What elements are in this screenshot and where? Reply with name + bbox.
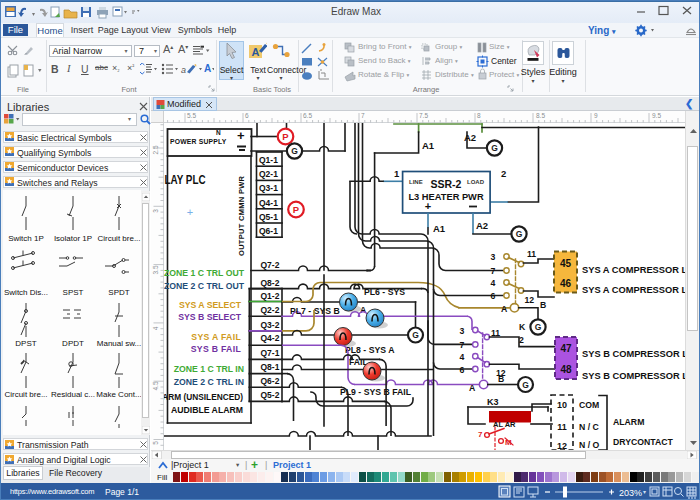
svg-text:ZONE 2 C TRL OUT: ZONE 2 C TRL OUT — [164, 281, 245, 291]
svg-text:SYS B FAIL: SYS B FAIL — [191, 344, 242, 354]
svg-text:Make Cont...: Make Cont... — [96, 390, 141, 399]
svg-text:ALARM: ALARM — [613, 417, 644, 427]
svg-text:L3 HEATER PWR: L3 HEATER PWR — [408, 192, 484, 202]
svg-text:PL9 - SYS B FAIL: PL9 - SYS B FAIL — [340, 387, 412, 397]
svg-text:PL7 - SYS B: PL7 - SYS B — [290, 306, 340, 316]
svg-text:Q2-2: Q2-2 — [261, 305, 280, 315]
svg-text:4: 4 — [460, 352, 465, 362]
svg-text:LAY PLC: LAY PLC — [165, 172, 206, 187]
svg-text:LINE: LINE — [409, 179, 423, 185]
svg-text:ZONE 1 C TRL OUT: ZONE 1 C TRL OUT — [164, 268, 245, 278]
svg-text:+: + — [237, 128, 245, 143]
svg-text:12: 12 — [525, 295, 535, 305]
svg-text:▾: ▾ — [643, 489, 646, 495]
svg-text:LOAD: LOAD — [467, 179, 485, 185]
svg-text:Q5-1: Q5-1 — [259, 212, 278, 222]
svg-text:Q4-1: Q4-1 — [259, 198, 278, 208]
svg-text:+: + — [187, 206, 193, 218]
svg-text:Q3-2: Q3-2 — [261, 320, 280, 330]
svg-text:A: A — [469, 383, 476, 393]
svg-text:5.5: 5.5 — [187, 112, 196, 119]
svg-text:7.5: 7.5 — [419, 112, 428, 119]
svg-text:ZONE 2 C TRL IN: ZONE 2 C TRL IN — [174, 377, 244, 387]
svg-text:Switch Dis...: Switch Dis... — [4, 288, 48, 297]
svg-text:G: G — [522, 380, 529, 390]
svg-text:2: 2 — [501, 168, 506, 179]
svg-text:N: N — [216, 129, 221, 136]
svg-text:SPDT: SPDT — [108, 288, 129, 297]
svg-text:a: a — [181, 65, 186, 75]
svg-text:9.5: 9.5 — [652, 112, 661, 119]
svg-text:6: 6 — [491, 291, 496, 301]
svg-text:A: A — [252, 46, 260, 58]
svg-text:SSR-2: SSR-2 — [431, 178, 462, 190]
svg-text:Q3-1: Q3-1 — [259, 183, 278, 193]
svg-text:A: A — [501, 304, 508, 314]
svg-text:Q8-2: Q8-2 — [261, 278, 280, 288]
svg-text:Q7-2: Q7-2 — [261, 260, 280, 270]
svg-text:N / O: N / O — [579, 440, 600, 450]
svg-text:12: 12 — [496, 368, 506, 378]
svg-text:SYS B SELECT: SYS B SELECT — [178, 312, 241, 322]
svg-text:P: P — [282, 131, 289, 142]
svg-text:G: G — [291, 146, 298, 156]
svg-text:3: 3 — [460, 326, 465, 336]
svg-text:3.5: 3.5 — [152, 265, 159, 274]
svg-text:45: 45 — [560, 258, 572, 269]
svg-text:Circuit bre...: Circuit bre... — [97, 234, 140, 243]
svg-text:Q1-1: Q1-1 — [259, 155, 278, 165]
svg-text:B: B — [540, 300, 546, 310]
svg-text:8: 8 — [477, 112, 481, 119]
svg-text:SYS A SELECT: SYS A SELECT — [179, 300, 242, 310]
svg-text:N / C: N / C — [579, 422, 600, 432]
svg-text:Q7-1: Q7-1 — [261, 348, 280, 358]
svg-text:11: 11 — [557, 422, 567, 432]
svg-text:SYS B COMPRESSOR L: SYS B COMPRESSOR L — [582, 349, 685, 359]
svg-text:A2: A2 — [464, 132, 476, 143]
svg-text:K3: K3 — [487, 397, 499, 407]
svg-text:G: G — [516, 229, 523, 239]
svg-text:Circuit bre...: Circuit bre... — [4, 390, 47, 399]
svg-text:+: + — [425, 200, 431, 212]
svg-text:6: 6 — [245, 112, 249, 119]
svg-text:SYS A FAIL: SYS A FAIL — [191, 332, 241, 342]
svg-text:Q2-1: Q2-1 — [259, 169, 278, 179]
svg-text:OUTPUT CMMN PWR: OUTPUT CMMN PWR — [237, 175, 246, 256]
svg-text:46: 46 — [560, 278, 572, 289]
svg-text:4.5: 4.5 — [152, 381, 159, 390]
svg-text:AL AR: AL AR — [493, 420, 516, 429]
svg-text:7: 7 — [491, 266, 496, 276]
svg-text:12: 12 — [557, 441, 567, 450]
svg-text:Q1-2: Q1-2 — [261, 291, 280, 301]
svg-text:Switch 1P: Switch 1P — [8, 234, 44, 243]
svg-text:4: 4 — [491, 278, 496, 288]
svg-text:9: 9 — [594, 112, 598, 119]
svg-text:SYS B COMPRESSOR L: SYS B COMPRESSOR L — [582, 371, 685, 381]
svg-text:POWER SUPPLY: POWER SUPPLY — [170, 138, 227, 145]
svg-text:4: 4 — [152, 326, 159, 330]
svg-text:G: G — [491, 143, 498, 153]
svg-text:A2: A2 — [476, 220, 488, 231]
svg-text:ZONE 1 C TRL IN: ZONE 1 C TRL IN — [174, 364, 244, 374]
svg-text:DPST: DPST — [15, 339, 36, 348]
svg-text:7: 7 — [478, 430, 483, 439]
svg-text:COM: COM — [579, 400, 599, 410]
svg-text:8.5: 8.5 — [536, 112, 545, 119]
svg-text:DPDT: DPDT — [62, 339, 84, 348]
svg-text:7: 7 — [460, 340, 465, 350]
svg-text:Manual sw...: Manual sw... — [97, 339, 141, 348]
svg-text:SYS A COMPRESSOR L: SYS A COMPRESSOR L — [582, 265, 685, 275]
svg-text:11: 11 — [527, 249, 536, 259]
svg-text:Q5-2: Q5-2 — [261, 390, 280, 400]
svg-text:ARM (UNSILENCED): ARM (UNSILENCED) — [164, 392, 243, 402]
svg-text:5: 5 — [152, 441, 159, 445]
svg-text:2.5: 2.5 — [152, 145, 159, 154]
svg-text:7: 7 — [361, 112, 365, 119]
svg-text:SYS A COMPRESSOR L: SYS A COMPRESSOR L — [582, 285, 685, 295]
svg-text:48: 48 — [560, 364, 572, 375]
svg-text:Residual c...: Residual c... — [51, 390, 95, 399]
svg-text:G: G — [535, 322, 542, 332]
svg-text:Q6-1: Q6-1 — [259, 226, 278, 236]
svg-text:SPST: SPST — [63, 288, 84, 297]
svg-text:PL6 - SYS: PL6 - SYS — [364, 287, 405, 297]
